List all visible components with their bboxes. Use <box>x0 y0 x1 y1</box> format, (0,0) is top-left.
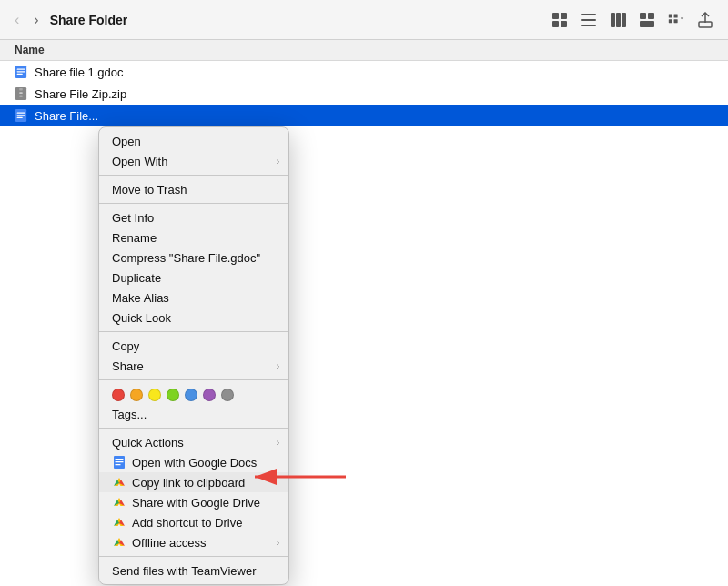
file-list: Share file 1.gdoc Share File Zip.zip <box>0 61 728 126</box>
share-button[interactable] <box>693 10 717 30</box>
svg-marker-17 <box>681 17 683 19</box>
window-title: Share Folder <box>50 13 541 27</box>
gdocs-icon <box>112 455 126 470</box>
submenu-arrow: › <box>277 438 279 448</box>
list-view-button[interactable] <box>577 10 601 30</box>
titlebar: ‹ › Share Folder <box>0 0 728 40</box>
svg-rect-2 <box>552 21 559 27</box>
zip-icon <box>15 86 29 101</box>
tag-blue[interactable] <box>185 389 197 401</box>
gdoc-icon <box>15 65 29 79</box>
context-menu-offline[interactable]: Offline access › <box>99 532 288 552</box>
context-menu-share[interactable]: Share › <box>99 356 288 376</box>
context-menu-make-alias[interactable]: Make Alias <box>99 288 288 308</box>
gdrive-icon-3 <box>112 515 126 530</box>
gdoc-icon <box>15 108 29 123</box>
gallery-view-button[interactable] <box>635 10 659 30</box>
gdrive-icon <box>112 475 126 490</box>
context-menu-rename[interactable]: Rename <box>99 227 288 248</box>
svg-rect-5 <box>581 19 596 21</box>
context-menu-separator <box>99 203 288 204</box>
context-menu-separator <box>99 428 288 429</box>
svg-rect-12 <box>648 13 654 19</box>
svg-rect-10 <box>640 21 654 27</box>
context-menu-duplicate[interactable]: Duplicate <box>99 268 288 288</box>
context-menu-compress[interactable]: Compress "Share File.gdoc" <box>99 248 288 268</box>
context-menu-quick-look[interactable]: Quick Look <box>99 308 288 328</box>
tags-row <box>99 384 288 404</box>
context-menu-separator <box>99 331 288 332</box>
context-menu-separator <box>99 556 288 557</box>
context-menu-separator <box>99 175 288 176</box>
svg-rect-34 <box>116 464 121 465</box>
svg-rect-4 <box>581 14 596 15</box>
svg-rect-16 <box>674 19 678 23</box>
context-menu-open-with[interactable]: Open With › <box>99 151 288 171</box>
gdrive-icon-4 <box>112 535 126 550</box>
svg-rect-8 <box>616 13 621 27</box>
svg-rect-0 <box>552 13 559 19</box>
context-menu-separator <box>99 379 288 380</box>
list-item[interactable]: Share File Zip.zip <box>0 83 728 105</box>
file-browser: Name Share file 1.gdoc <box>0 40 728 586</box>
context-menu-open[interactable]: Open <box>99 131 288 151</box>
context-menu-quick-actions[interactable]: Quick Actions › <box>99 432 288 452</box>
context-menu-add-shortcut[interactable]: Add shortcut to Drive <box>99 512 288 532</box>
tag-yellow[interactable] <box>148 389 161 401</box>
svg-rect-21 <box>17 71 25 72</box>
tag-red[interactable] <box>112 389 125 401</box>
list-item[interactable]: Share file 1.gdoc <box>0 61 728 83</box>
svg-rect-13 <box>669 14 672 17</box>
svg-rect-9 <box>622 13 626 27</box>
column-header-name: Name <box>0 40 728 61</box>
svg-rect-29 <box>17 115 25 116</box>
context-menu-get-info[interactable]: Get Info <box>99 207 288 227</box>
svg-rect-3 <box>561 21 567 27</box>
context-menu-tags[interactable]: Tags... <box>99 404 288 424</box>
file-name: Share file 1.gdoc <box>35 66 124 79</box>
submenu-arrow: › <box>277 157 279 167</box>
svg-rect-14 <box>674 14 678 17</box>
back-button[interactable]: ‹ <box>11 10 23 30</box>
svg-rect-30 <box>17 117 23 118</box>
icon-view-button[interactable] <box>548 10 571 30</box>
list-item[interactable]: Share File... <box>0 105 728 126</box>
context-menu-share-gdrive[interactable]: Share with Google Drive <box>99 492 288 512</box>
svg-rect-22 <box>17 74 23 75</box>
svg-rect-28 <box>17 113 25 114</box>
svg-rect-7 <box>611 13 615 27</box>
context-menu: Open Open With › Move to Trash Get Info … <box>98 126 289 585</box>
svg-rect-26 <box>19 96 23 97</box>
svg-rect-24 <box>19 88 23 91</box>
view-options-button[interactable] <box>664 10 688 30</box>
svg-rect-6 <box>581 25 596 26</box>
tag-orange[interactable] <box>130 389 143 401</box>
context-menu-teamviewer[interactable]: Send files with TeamViewer <box>99 561 288 581</box>
tag-purple[interactable] <box>203 389 216 401</box>
tag-green[interactable] <box>167 389 179 401</box>
context-menu-copy-link[interactable]: Copy link to clipboard <box>99 472 288 492</box>
submenu-arrow: › <box>277 538 279 548</box>
tag-gray[interactable] <box>221 389 234 401</box>
svg-rect-15 <box>669 19 672 23</box>
svg-rect-11 <box>640 13 646 19</box>
context-menu-open-gdocs[interactable]: Open with Google Docs <box>99 452 288 472</box>
svg-rect-32 <box>116 459 124 460</box>
context-menu-move-to-trash[interactable]: Move to Trash <box>99 179 288 199</box>
svg-rect-25 <box>19 92 23 94</box>
svg-rect-20 <box>17 69 25 70</box>
file-name: Share File Zip.zip <box>35 87 126 101</box>
toolbar <box>548 10 717 30</box>
column-view-button[interactable] <box>606 10 630 30</box>
forward-button[interactable]: › <box>30 10 42 30</box>
file-name: Share File... <box>35 109 98 123</box>
context-menu-copy[interactable]: Copy <box>99 336 288 356</box>
svg-rect-1 <box>561 13 567 19</box>
gdrive-icon-2 <box>112 495 126 510</box>
svg-rect-33 <box>116 461 124 462</box>
submenu-arrow: › <box>277 361 279 371</box>
